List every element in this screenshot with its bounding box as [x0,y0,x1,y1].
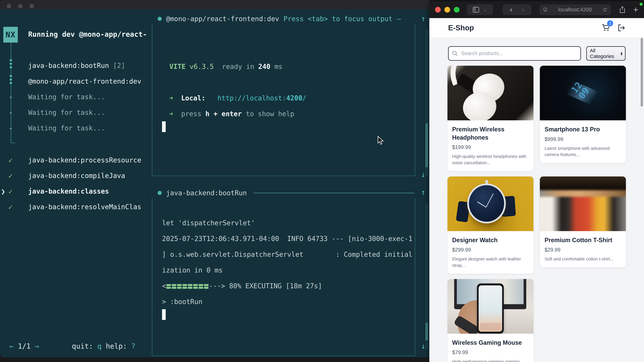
log-line: ] o.s.web.servlet.DispatcherServlet : Co… [162,251,412,258]
product-description: Latest smartphone with advanced camera f… [544,145,621,158]
pane2-header[interactable]: java-backend:bootRun [158,189,414,197]
product-card-body: Premium Cotton T-Shirt $29.99 Soft and c… [540,231,626,267]
task-item-frontend-dev[interactable]: @mono-app/react-frontend:dev [28,77,141,85]
reload-icon[interactable] [602,7,608,12]
task-item-processresource[interactable]: java-backend:processResource [28,156,141,164]
product-grid: Premium Wireless Headphones $199.99 High… [448,66,626,362]
cart-count-badge: 1 [607,20,613,26]
pane2-scroll-up-arrow[interactable]: ↑ [421,188,426,197]
cart-button[interactable]: 1 [602,23,610,32]
pane1-scroll-down-arrow[interactable]: ↓ [421,170,426,179]
share-icon[interactable] [619,6,626,13]
task-spinner [10,75,12,86]
selected-task-arrow: ❯ [1,187,5,196]
task-status-dot [158,17,162,21]
header-icons: 1 [602,23,626,32]
pane1-focus-hint: Press <tab> to focus output [284,15,392,23]
vite-ready-line: VITE v6.3.5 ready in 240 ms [170,63,282,70]
logout-icon[interactable] [617,24,626,32]
search-row: All Categories ▴▾ [448,46,626,61]
terminal-zoom-button[interactable] [30,4,34,8]
eshop-page: E-Shop 1 All Categories ▴▾ [429,18,644,362]
help-key: ? [131,342,135,350]
new-tab-button[interactable]: + [633,5,638,14]
waiting-dot [10,128,12,129]
quit-hint-label: quit: [72,342,97,350]
safari-window: ⌄ ‹ › localhost:4200 + E-Shop 1 [429,1,644,362]
product-card[interactable]: Premium Cotton T-Shirt $29.99 Soft and c… [540,176,626,267]
category-select[interactable]: All Categories ▴▾ [586,46,626,61]
task-item-classes[interactable]: java-backend:classes [28,187,109,195]
log-line: let 'dispatcherServlet' [162,219,255,227]
shop-header: E-Shop 1 [429,18,644,38]
task-item-bootrun[interactable]: java-backend:bootRun [2] [28,62,125,69]
forward-button[interactable]: › [517,6,529,13]
page-next-arrow[interactable]: → [35,342,39,350]
close-button[interactable] [435,7,441,12]
pane1-title: @mono-app/react-frontend:dev [166,15,279,23]
task-tree-foot [11,143,15,143]
check-icon: ✓ [8,187,12,196]
page-scrollbar-thumb[interactable] [641,38,643,107]
terminal-minimize-button[interactable] [18,4,22,8]
terminal-run-title: Running dev @mono-app/react- [28,30,147,38]
gradle-prompt-line: > :bootRun [162,298,202,306]
sidebar-icon [473,7,479,12]
pane1-scrollbar-thumb[interactable] [426,123,428,167]
product-name: Smartphone 13 Pro [544,125,621,134]
page-prev-arrow[interactable]: ← [10,342,14,350]
waiting-dot [10,112,12,114]
terminal-window: NX Running dev @mono-app/react- java-bac… [0,0,429,357]
pane2-title: java-backend:bootRun [166,189,247,197]
terminal-cursor [162,309,166,320]
minimize-button[interactable] [444,7,450,12]
gradle-progress-line: <---> 80% EXECUTING [18m 27s] [162,282,322,290]
mouse-pointer [377,136,384,145]
search-icon [452,50,458,57]
product-price: $29.99 [544,247,621,253]
product-description: Soft and comfortable cotton t-shirt... [544,256,621,262]
product-card-body: Wireless Gaming Mouse $79.99 High-perfor… [448,334,534,362]
product-image [448,176,534,231]
task-item-resolvemainclass[interactable]: java-backend:resolveMainClas [28,203,141,211]
product-card[interactable]: 12 09 Smartphone 13 Pro $999.99 Latest s… [540,66,626,163]
product-description: High-quality wireless headphones with no… [452,153,529,166]
pane2-scroll-down-arrow[interactable]: ↓ [421,342,426,351]
product-card[interactable]: Wireless Gaming Mouse $79.99 High-perfor… [448,279,534,362]
log-line: 2025-07-23T12:06:43.971-04:00 INFO 64733… [162,235,412,243]
sidebar-toggle-button[interactable]: ⌄ [467,4,493,15]
task-waiting-row: Waiting for task... [28,109,105,116]
product-description: Elegant designer watch with leather stra… [452,256,529,269]
task-status-dot [158,191,162,195]
check-icon: ✓ [8,172,12,180]
product-card[interactable]: Designer Watch $299.99 Elegant designer … [448,176,534,274]
zoom-button[interactable] [454,7,460,12]
product-name: Designer Watch [452,236,529,244]
product-card-body: Premium Wireless Headphones $199.99 High… [448,120,534,171]
select-arrows-icon: ▴▾ [621,51,622,56]
recording-indicator-dot [640,3,643,6]
check-icon: ✓ [8,203,12,211]
product-image [540,176,626,231]
pane1-header[interactable]: @mono-app/react-frontend:dev Press <tab>… [158,15,401,23]
product-name: Wireless Gaming Mouse [452,339,529,347]
reader-view-icon[interactable] [543,7,548,12]
pane1-scroll-up-arrow[interactable]: ↑ [421,14,426,23]
local-url-line: ➜ Local: http://localhost:4200/ [169,94,306,102]
pane1-dash: — [397,15,401,23]
product-card-body: Designer Watch $299.99 Elegant designer … [448,231,534,274]
search-input[interactable] [448,46,581,61]
terminal-cursor [162,121,166,132]
search-box [448,46,581,61]
back-button[interactable]: ‹ [505,6,517,13]
pane2-scrollbar-thumb[interactable] [426,323,428,340]
quit-key: q [97,342,102,350]
product-card[interactable]: Premium Wireless Headphones $199.99 High… [448,66,534,171]
log-line: ization in 0 ms [162,266,222,274]
page-indicator: 1/1 [18,342,31,350]
nx-logo-badge: NX [3,27,18,42]
address-bar[interactable]: localhost:4200 [539,4,611,15]
terminal-close-button[interactable] [7,4,11,8]
terminal-statusbar: ← 1/1 → quit: q help: ? [0,342,146,350]
task-item-compilejava[interactable]: java-backend:compileJava [28,172,125,179]
